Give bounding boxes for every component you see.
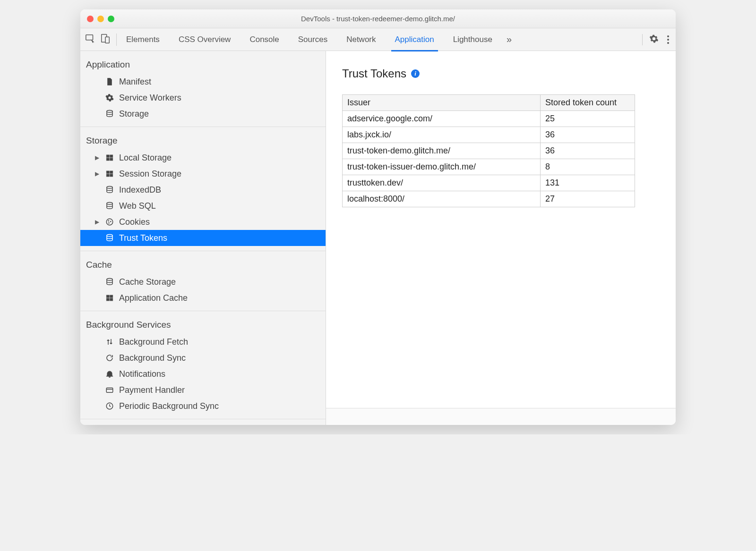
- cookie-icon: [105, 217, 114, 227]
- col-count[interactable]: Stored token count: [541, 95, 635, 111]
- tab-application[interactable]: Application: [386, 28, 444, 51]
- sidebar-item-label: IndexedDB: [119, 185, 161, 195]
- cell-count: 8: [541, 159, 635, 175]
- sidebar-item-label: Storage: [119, 109, 149, 119]
- sidebar-item-periodic-background-sync[interactable]: Periodic Background Sync: [80, 398, 326, 414]
- table-row[interactable]: adservice.google.com/25: [343, 111, 635, 127]
- sidebar-item-notifications[interactable]: Notifications: [80, 366, 326, 382]
- section-header: Storage: [80, 127, 326, 150]
- expand-arrow-icon[interactable]: ▶: [94, 154, 100, 161]
- sidebar-item-label: Cache Storage: [119, 277, 176, 287]
- clock-icon: [105, 401, 114, 411]
- sidebar-item-label: Payment Handler: [119, 385, 185, 395]
- cell-count: 36: [541, 143, 635, 159]
- gear-icon: [105, 93, 114, 102]
- cell-issuer: trust-token-demo.glitch.me/: [343, 143, 541, 159]
- settings-icon[interactable]: [649, 34, 659, 45]
- svg-rect-2: [105, 37, 109, 43]
- sidebar-item-local-storage[interactable]: ▶Local Storage: [80, 150, 326, 166]
- tab-sources[interactable]: Sources: [289, 28, 337, 51]
- page-title-text: Trust Tokens: [342, 67, 406, 80]
- grid-icon: [105, 153, 114, 162]
- sync-icon: [105, 353, 114, 363]
- sidebar-item-session-storage[interactable]: ▶Session Storage: [80, 166, 326, 182]
- sidebar-item-trust-tokens[interactable]: Trust Tokens: [80, 230, 326, 246]
- sidebar-item-cookies[interactable]: ▶Cookies: [80, 214, 326, 230]
- statusbar: [326, 408, 676, 425]
- page-title: Trust Tokens i: [342, 67, 660, 80]
- sidebar-item-label: Manifest: [119, 77, 151, 87]
- window-title: DevTools - trust-token-redeemer-demo.gli…: [301, 15, 455, 23]
- card-icon: [105, 385, 114, 395]
- svg-rect-0: [86, 34, 93, 40]
- inspect-element-icon[interactable]: [85, 34, 95, 46]
- application-sidebar: ApplicationManifestService WorkersStorag…: [80, 51, 326, 425]
- db-icon: [105, 201, 114, 211]
- close-window-icon[interactable]: [87, 16, 94, 22]
- zoom-window-icon[interactable]: [108, 16, 114, 22]
- table-row[interactable]: trust-token-demo.glitch.me/36: [343, 143, 635, 159]
- sidebar-item-label: Local Storage: [119, 153, 172, 163]
- sidebar-item-label: Background Fetch: [119, 337, 188, 347]
- sidebar-item-cache-storage[interactable]: Cache Storage: [80, 274, 326, 290]
- cell-count: 36: [541, 127, 635, 143]
- cell-issuer: trust-token-issuer-demo.glitch.me/: [343, 159, 541, 175]
- tabs-overflow-icon[interactable]: »: [502, 34, 516, 45]
- main-panel: Trust Tokens i Issuer Stored token count…: [326, 51, 676, 425]
- sidebar-item-label: Background Sync: [119, 353, 186, 363]
- sidebar-item-label: Periodic Background Sync: [119, 401, 219, 411]
- table-row[interactable]: trusttoken.dev/131: [343, 175, 635, 191]
- sidebar-item-manifest[interactable]: Manifest: [80, 74, 326, 90]
- sidebar-item-background-sync[interactable]: Background Sync: [80, 350, 326, 366]
- sidebar-item-label: Cookies: [119, 217, 150, 227]
- cell-issuer: adservice.google.com/: [343, 111, 541, 127]
- section-header: Background Services: [80, 311, 326, 334]
- info-icon[interactable]: i: [411, 69, 420, 78]
- sidebar-item-background-fetch[interactable]: Background Fetch: [80, 334, 326, 350]
- tab-elements[interactable]: Elements: [117, 28, 169, 51]
- devtools-window: DevTools - trust-token-redeemer-demo.gli…: [80, 9, 676, 425]
- tab-network[interactable]: Network: [337, 28, 385, 51]
- titlebar: DevTools - trust-token-redeemer-demo.gli…: [80, 9, 676, 28]
- sidebar-item-label: Application Cache: [119, 293, 188, 303]
- file-icon: [105, 77, 114, 86]
- tab-console[interactable]: Console: [240, 28, 288, 51]
- sidebar-item-storage[interactable]: Storage: [80, 106, 326, 122]
- cell-count: 131: [541, 175, 635, 191]
- more-menu-icon[interactable]: [665, 34, 671, 46]
- sidebar-item-application-cache[interactable]: Application Cache: [80, 290, 326, 306]
- sidebar-item-indexeddb[interactable]: IndexedDB: [80, 182, 326, 198]
- minimize-window-icon[interactable]: [97, 16, 104, 22]
- sidebar-item-service-workers[interactable]: Service Workers: [80, 90, 326, 106]
- table-row[interactable]: localhost:8000/27: [343, 191, 635, 207]
- tab-css-overview[interactable]: CSS Overview: [169, 28, 241, 51]
- db-icon: [105, 233, 114, 243]
- db-icon: [105, 185, 114, 195]
- grid-icon: [105, 169, 114, 178]
- sidebar-item-payment-handler[interactable]: Payment Handler: [80, 382, 326, 398]
- expand-arrow-icon[interactable]: ▶: [94, 219, 100, 225]
- db-icon: [105, 109, 114, 119]
- table-row[interactable]: trust-token-issuer-demo.glitch.me/8: [343, 159, 635, 175]
- section-header: Cache: [80, 251, 326, 274]
- col-issuer[interactable]: Issuer: [343, 95, 541, 111]
- sidebar-item-web-sql[interactable]: Web SQL: [80, 198, 326, 214]
- cell-issuer: trusttoken.dev/: [343, 175, 541, 191]
- trust-tokens-table: Issuer Stored token count adservice.goog…: [342, 94, 635, 207]
- grid-icon: [105, 293, 114, 303]
- sidebar-item-label: Service Workers: [119, 93, 181, 103]
- expand-arrow-icon[interactable]: ▶: [94, 170, 100, 177]
- sidebar-item-label: Notifications: [119, 369, 165, 379]
- cell-count: 27: [541, 191, 635, 207]
- cell-issuer: labs.jxck.io/: [343, 127, 541, 143]
- bell-icon: [105, 369, 114, 379]
- cell-count: 25: [541, 111, 635, 127]
- sidebar-item-label: Trust Tokens: [119, 233, 167, 243]
- table-row[interactable]: labs.jxck.io/36: [343, 127, 635, 143]
- sidebar-item-label: Session Storage: [119, 169, 181, 179]
- separator: [642, 34, 643, 45]
- window-controls: [80, 16, 114, 22]
- toolbar: ElementsCSS OverviewConsoleSourcesNetwor…: [80, 28, 676, 51]
- device-toolbar-icon[interactable]: [100, 34, 111, 46]
- tab-lighthouse[interactable]: Lighthouse: [444, 28, 502, 51]
